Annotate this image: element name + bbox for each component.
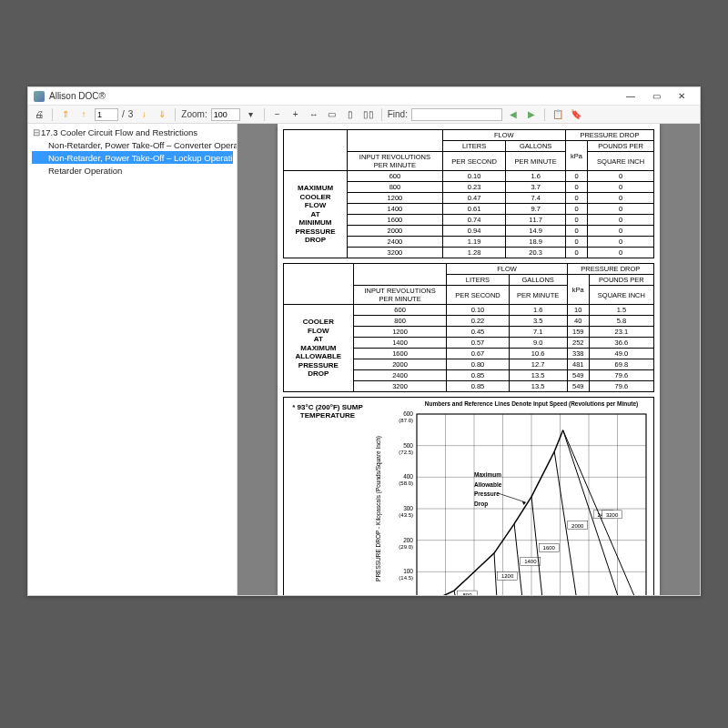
table-cell: 0 bbox=[588, 237, 654, 248]
zoom-dropdown-icon[interactable]: ▾ bbox=[244, 107, 258, 122]
tree-parent[interactable]: ⊟ 17.3 Cooler Circuit Flow and Restricti… bbox=[32, 126, 233, 138]
find-next-icon[interactable]: ▶ bbox=[524, 107, 539, 122]
tree-child[interactable]: Retarder Operation bbox=[32, 164, 233, 177]
svg-text:2000: 2000 bbox=[571, 523, 584, 529]
table-cell: 800 bbox=[348, 182, 443, 193]
table-cell: 1600 bbox=[353, 349, 447, 359]
pressure-drop-chart: 0100(14.5)200(29.0)300(43.5)400(58.0)500… bbox=[371, 398, 653, 595]
prev-page-icon[interactable]: ↑ bbox=[76, 107, 91, 122]
table-cell: 0.85 bbox=[447, 370, 509, 381]
app-window: Allison DOC® — ▭ ✕ 🖨 ⇑ ↑ / 3 ↓ ⇓ Zoom: ▾… bbox=[27, 86, 701, 596]
table-cell: 252 bbox=[567, 338, 589, 349]
last-page-icon[interactable]: ⇓ bbox=[155, 107, 169, 122]
table-cell: 0 bbox=[588, 226, 654, 237]
table-cell: 23.1 bbox=[589, 327, 653, 338]
table-cell: 10.6 bbox=[509, 349, 567, 359]
minimize-button[interactable]: — bbox=[618, 89, 643, 104]
close-button[interactable]: ✕ bbox=[669, 89, 694, 104]
table-cell: 11.7 bbox=[506, 215, 565, 226]
svg-text:800: 800 bbox=[463, 592, 473, 595]
document-pane[interactable]: FLOW PRESSURE DROP LITERSGALLONS kPaPOUN… bbox=[238, 124, 700, 595]
table-cell: 0 bbox=[565, 237, 588, 248]
table-cell: 0.94 bbox=[442, 226, 506, 237]
copy-icon[interactable]: 📋 bbox=[551, 107, 565, 122]
table-cell: 5.8 bbox=[589, 316, 653, 327]
svg-text:1600: 1600 bbox=[543, 545, 556, 551]
print-icon[interactable]: 🖨 bbox=[32, 107, 46, 122]
collapse-icon[interactable]: ⊟ bbox=[32, 127, 41, 137]
table-rowhead: MAXIMUMCOOLERFLOWATMINIMUMPRESSUREDROP bbox=[284, 171, 348, 258]
find-input[interactable] bbox=[411, 108, 502, 121]
table-cell: 0.10 bbox=[442, 171, 506, 182]
table-cell: 0.67 bbox=[447, 349, 509, 359]
svg-text:Allowable: Allowable bbox=[474, 481, 502, 488]
table-cell: 338 bbox=[567, 349, 589, 359]
table-cell: 0 bbox=[588, 248, 654, 258]
find-prev-icon[interactable]: ◀ bbox=[506, 107, 521, 122]
table-cell: 0 bbox=[565, 193, 588, 204]
table-rowhead: COOLERFLOWATMAXIMUMALLOWABLEPRESSUREDROP bbox=[284, 305, 354, 392]
svg-text:200: 200 bbox=[403, 537, 413, 543]
table-cell: 79.6 bbox=[589, 381, 653, 392]
zoom-out-icon[interactable]: − bbox=[270, 107, 285, 122]
table-cell: 1.6 bbox=[506, 171, 565, 182]
table-cell: 9.7 bbox=[506, 204, 565, 215]
table-cell: 1.19 bbox=[442, 237, 506, 248]
table-cell: 10 bbox=[567, 305, 589, 316]
svg-text:(29.0): (29.0) bbox=[399, 544, 413, 550]
svg-text:(72.5): (72.5) bbox=[399, 450, 413, 455]
table-cell: 600 bbox=[348, 171, 443, 182]
layout-single-icon[interactable]: ▯ bbox=[343, 107, 358, 122]
table-cell: 0.74 bbox=[442, 215, 506, 226]
table-cell: 0.80 bbox=[447, 359, 509, 370]
table-cell: 20.3 bbox=[506, 248, 565, 258]
svg-text:1400: 1400 bbox=[524, 559, 537, 564]
table-cell: 13.5 bbox=[509, 370, 567, 381]
titlebar: Allison DOC® — ▭ ✕ bbox=[28, 87, 700, 106]
app-title: Allison DOC® bbox=[49, 91, 106, 101]
svg-text:Maximum: Maximum bbox=[474, 471, 501, 478]
table-cell: 0.47 bbox=[442, 193, 506, 204]
layout-facing-icon[interactable]: ▯▯ bbox=[361, 107, 376, 122]
table-cell: 0.85 bbox=[447, 381, 509, 392]
svg-text:(87.0): (87.0) bbox=[399, 418, 413, 423]
first-page-icon[interactable]: ⇑ bbox=[58, 107, 73, 122]
table-cell: 0 bbox=[565, 248, 588, 258]
svg-text:100: 100 bbox=[403, 568, 413, 574]
svg-text:300: 300 bbox=[403, 505, 413, 511]
table-cell: 69.8 bbox=[589, 359, 653, 370]
svg-text:(58.0): (58.0) bbox=[399, 480, 413, 486]
table-cell: 3200 bbox=[348, 248, 443, 258]
table-cell: 2000 bbox=[348, 226, 443, 237]
table-cell: 2000 bbox=[353, 359, 447, 370]
svg-text:Numbers and Reference Lines De: Numbers and Reference Lines Denote Input… bbox=[425, 400, 638, 408]
table-cell: 0 bbox=[565, 171, 588, 182]
next-page-icon[interactable]: ↓ bbox=[136, 107, 151, 122]
table-cell: 3.7 bbox=[506, 182, 565, 193]
zoom-input[interactable] bbox=[211, 108, 240, 121]
zoom-in-icon[interactable]: + bbox=[288, 107, 303, 122]
bookmark-icon[interactable]: 🔖 bbox=[569, 107, 583, 122]
maximize-button[interactable]: ▭ bbox=[643, 89, 669, 104]
table-cell: 1.6 bbox=[509, 305, 567, 316]
svg-text:400: 400 bbox=[403, 473, 413, 480]
table-cell: 1.5 bbox=[589, 305, 653, 316]
table-cell: 0 bbox=[565, 204, 588, 215]
tree-child[interactable]: Non-Retarder, Power Take-Off – Converter… bbox=[32, 138, 233, 151]
table-cell: 159 bbox=[567, 327, 589, 338]
page-input[interactable] bbox=[95, 108, 118, 121]
table-cell: 49.0 bbox=[589, 349, 653, 359]
table-cell: 1200 bbox=[353, 327, 447, 338]
fit-page-icon[interactable]: ▭ bbox=[325, 107, 339, 122]
table-cell: 0.57 bbox=[447, 338, 509, 349]
zoom-label: Zoom: bbox=[181, 109, 207, 119]
fit-width-icon[interactable]: ↔ bbox=[307, 107, 321, 122]
table-cell: 0 bbox=[565, 182, 588, 193]
svg-text:PRESSURE DROP - Kilopascals  (: PRESSURE DROP - Kilopascals (Pounds/Squa… bbox=[375, 436, 382, 581]
tree-parent-label: 17.3 Cooler Circuit Flow and Restriction… bbox=[41, 127, 197, 137]
page-sep: / bbox=[122, 109, 125, 119]
table-cell: 600 bbox=[353, 305, 447, 316]
table-cell: 0 bbox=[588, 182, 654, 193]
tree-child[interactable]: Non-Retarder, Power Take-Off – Lockup Op… bbox=[32, 151, 233, 164]
table-cell: 1400 bbox=[348, 204, 443, 215]
